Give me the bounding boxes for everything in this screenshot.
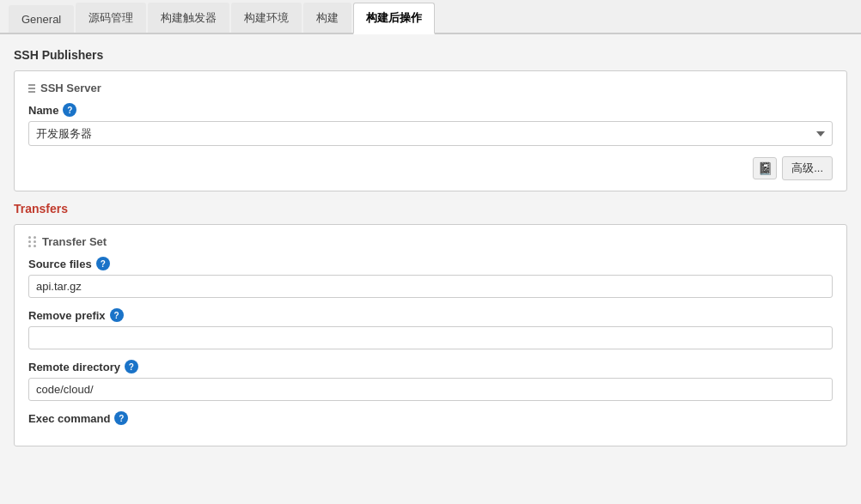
name-label-text: Name: [28, 104, 58, 117]
tab-source-mgmt[interactable]: 源码管理: [76, 3, 146, 33]
remove-prefix-help-icon[interactable]: ?: [110, 308, 124, 322]
remove-prefix-input[interactable]: [28, 326, 833, 349]
remote-directory-label: Remote directory ?: [28, 360, 833, 373]
remote-directory-row: Remote directory ?: [28, 360, 833, 401]
remote-directory-help-icon[interactable]: ?: [125, 360, 138, 373]
ssh-server-label: SSH Server: [40, 82, 101, 94]
transfers-card: Transfer Set Source files ? Remove prefi…: [14, 224, 847, 446]
ssh-publishers-card: SSH Server Name ? 开发服务器 📓 高级...: [14, 70, 847, 191]
ssh-server-drag-handle[interactable]: [28, 84, 35, 93]
ssh-publishers-title: SSH Publishers: [14, 48, 847, 62]
remove-prefix-row: Remove prefix ?: [28, 308, 833, 349]
tab-post-build[interactable]: 构建后操作: [353, 3, 435, 34]
name-label: Name ?: [28, 103, 833, 117]
ssh-server-select[interactable]: 开发服务器: [28, 121, 833, 146]
tab-build[interactable]: 构建: [303, 3, 351, 33]
tab-build-env[interactable]: 构建环境: [231, 3, 302, 33]
exec-command-row: Exec command ?: [28, 411, 833, 425]
ssh-server-toolbar: 📓 高级...: [28, 156, 833, 180]
tab-general[interactable]: General: [9, 5, 74, 33]
main-content: SSH Publishers SSH Server Name ? 开发服务器 📓…: [0, 34, 861, 504]
transfer-set-drag-handle[interactable]: [28, 236, 37, 247]
remote-directory-input[interactable]: [28, 378, 833, 401]
remote-directory-label-text: Remote directory: [28, 361, 120, 373]
source-files-input[interactable]: [28, 275, 833, 298]
name-field-row: Name ? 开发服务器: [28, 103, 833, 146]
exec-command-label-text: Exec command: [28, 412, 110, 425]
notebook-icon: 📓: [758, 161, 772, 175]
name-help-icon[interactable]: ?: [63, 103, 76, 117]
transfer-set-header: Transfer Set: [28, 235, 833, 248]
ssh-server-header: SSH Server: [28, 82, 833, 94]
notebook-icon-btn[interactable]: 📓: [753, 157, 777, 179]
source-files-label: Source files ?: [28, 257, 833, 270]
advanced-btn[interactable]: 高级...: [782, 156, 833, 180]
source-files-row: Source files ?: [28, 257, 833, 298]
source-files-help-icon[interactable]: ?: [96, 257, 110, 270]
source-files-label-text: Source files: [28, 258, 92, 270]
exec-command-help-icon[interactable]: ?: [114, 411, 128, 425]
tabs-bar: General 源码管理 构建触发器 构建环境 构建 构建后操作: [0, 0, 861, 34]
tab-build-triggers[interactable]: 构建触发器: [148, 3, 229, 33]
transfers-title: Transfers: [14, 202, 847, 216]
transfer-set-label: Transfer Set: [42, 235, 107, 248]
remove-prefix-label: Remove prefix ?: [28, 308, 833, 322]
remove-prefix-label-text: Remove prefix: [28, 309, 106, 322]
exec-command-label: Exec command ?: [28, 411, 833, 425]
